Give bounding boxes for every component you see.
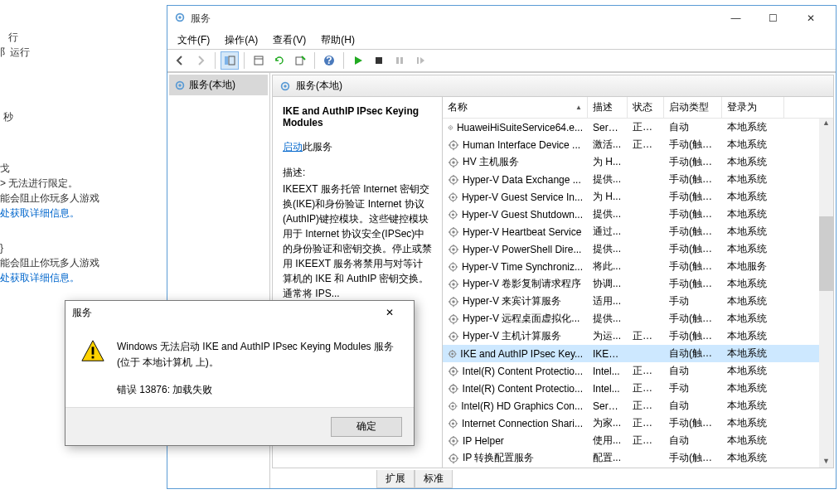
restart-service-button[interactable] <box>411 51 429 70</box>
menu-help[interactable]: 帮助(H) <box>314 32 361 49</box>
cell-startup: 手动(触发... <box>664 242 722 256</box>
cell-desc: 激活... <box>588 138 628 152</box>
cell-logon: 本地系统 <box>722 329 784 343</box>
minimize-button[interactable]: — <box>717 6 754 31</box>
tree-item-services-local[interactable]: 服务(本地) <box>169 75 268 95</box>
pause-service-button[interactable] <box>390 51 409 70</box>
cell-startup: 手动(触发... <box>664 155 722 169</box>
cell-logon: 本地系统 <box>722 399 784 413</box>
service-row[interactable]: Hyper-V 卷影复制请求程序协调...手动(触发...本地系统 <box>443 275 833 293</box>
cell-startup: 手动(触发... <box>664 225 722 239</box>
cell-logon: 本地系统 <box>722 242 784 256</box>
service-row[interactable]: IP Helper使用...正在...自动本地系统 <box>443 432 833 449</box>
cell-desc: 为 H... <box>588 155 628 169</box>
ok-button[interactable]: 确定 <box>331 417 402 437</box>
cell-desc: 将此... <box>588 259 628 274</box>
help-button[interactable]: ? <box>320 51 338 70</box>
service-row[interactable]: Intel(R) Content Protectio...Intel...正在.… <box>443 362 833 380</box>
menubar: 文件(F) 操作(A) 查看(V) 帮助(H) <box>167 31 836 49</box>
bg-line: 阝运行 <box>0 45 30 61</box>
svg-point-96 <box>451 352 453 355</box>
service-row[interactable]: Hyper-V Data Exchange ...提供...手动(触发...本地… <box>443 171 833 188</box>
column-name[interactable]: 名称▲ <box>443 97 588 118</box>
cell-desc: Servi... <box>588 400 628 412</box>
scroll-down-button[interactable]: ▼ <box>819 453 833 468</box>
stop-service-button[interactable] <box>370 51 388 70</box>
svg-point-78 <box>452 300 455 303</box>
toolbar: ? <box>167 49 836 72</box>
svg-point-1 <box>178 16 182 19</box>
cell-startup: 手动(触发... <box>664 138 722 152</box>
service-row[interactable]: Hyper-V 远程桌面虚拟化...提供...手动(触发...本地系统 <box>443 310 833 327</box>
menu-view[interactable]: 查看(V) <box>266 32 313 49</box>
service-row[interactable]: IP 转换配置服务配置...手动(触发...本地系统 <box>443 449 833 467</box>
column-description[interactable]: 描述 <box>588 97 628 118</box>
bg-line: 行 <box>8 30 18 46</box>
start-service-button[interactable] <box>349 51 367 70</box>
gear-icon <box>448 122 453 133</box>
service-row[interactable]: Human Interface Device ...激活...正在...手动(触… <box>443 136 833 153</box>
cell-logon: 本地系统 <box>722 120 784 134</box>
vertical-scrollbar[interactable]: ▲ ▼ <box>819 115 833 468</box>
menu-action[interactable]: 操作(A) <box>218 32 264 49</box>
gear-icon <box>174 80 186 91</box>
export-button[interactable] <box>291 51 309 70</box>
service-row[interactable]: Hyper-V Heartbeat Service通过...手动(触发...本地… <box>443 223 833 240</box>
bg-link[interactable]: 处获取详细信息。 <box>0 270 80 286</box>
cell-desc: 为家... <box>588 416 628 430</box>
dialog-close-button[interactable]: ✕ <box>372 303 407 322</box>
refresh-button[interactable] <box>270 51 289 70</box>
service-row[interactable]: IKE and AuthIP IPsec Key...IKEE...自动(触发.… <box>443 345 833 362</box>
bg-link[interactable]: 处获取详细信息。 <box>0 206 80 221</box>
cell-status: 正在... <box>628 416 664 430</box>
gear-icon <box>448 313 459 325</box>
service-row[interactable]: Hyper-V Guest Service In...为 H...手动(触发..… <box>443 188 833 206</box>
column-startup-type[interactable]: 启动类型 <box>664 97 722 118</box>
service-row[interactable]: HV 主机服务为 H...手动(触发...本地系统 <box>443 153 833 171</box>
scroll-track[interactable] <box>819 129 833 453</box>
service-row[interactable]: Intel(R) Content Protectio...Intel...正在.… <box>443 380 833 397</box>
cell-name: HV 主机服务 <box>443 155 588 169</box>
service-row[interactable]: Hyper-V 来宾计算服务适用...手动本地系统 <box>443 293 833 310</box>
tab-standard[interactable]: 标准 <box>415 470 453 488</box>
maximize-button[interactable]: ☐ <box>754 6 792 31</box>
start-service-link[interactable]: 启动 <box>283 141 303 153</box>
bg-line: 能会阻止你玩多人游戏 <box>0 255 99 271</box>
svg-point-102 <box>452 370 454 372</box>
properties-button[interactable] <box>250 51 268 70</box>
show-hide-tree-button[interactable] <box>221 51 239 70</box>
svg-rect-3 <box>229 56 235 65</box>
scroll-thumb[interactable] <box>819 216 833 291</box>
close-button[interactable]: ✕ <box>792 6 829 31</box>
service-row[interactable]: Intel(R) HD Graphics Con...Servi...正在...… <box>443 397 833 414</box>
column-status[interactable]: 状态 <box>628 97 664 118</box>
tree-item-label: 服务(本地) <box>189 78 235 92</box>
menu-file[interactable]: 文件(F) <box>171 32 216 49</box>
service-row[interactable]: HuaweiHiSuiteService64.e...Servi...正在...… <box>443 119 833 136</box>
service-row[interactable]: Hyper-V PowerShell Dire...提供...手动(触发...本… <box>443 240 833 258</box>
cell-logon: 本地系统 <box>722 434 784 448</box>
service-row[interactable]: Hyper-V 主机计算服务为运...正在...手动(触发...本地系统 <box>443 327 833 345</box>
toolbar-separator <box>244 52 245 69</box>
service-row[interactable]: Internet Connection Shari...为家...正在...手动… <box>443 414 833 432</box>
list-header: 名称▲ 描述 状态 启动类型 登录为 <box>443 97 833 119</box>
cell-name: Internet Connection Shari... <box>443 418 588 429</box>
gear-icon <box>279 80 291 92</box>
services-list[interactable]: 名称▲ 描述 状态 启动类型 登录为 HuaweiHiSuiteService6… <box>443 97 833 468</box>
titlebar: 服务 — ☐ ✕ <box>167 6 836 31</box>
bg-line: 能会阻止你玩多人游戏 <box>0 191 99 206</box>
bg-line: 秒 <box>3 109 13 125</box>
cell-status: 正在... <box>628 120 664 134</box>
gear-icon <box>448 296 459 308</box>
svg-point-66 <box>452 265 454 268</box>
cell-name: Hyper-V Guest Shutdown... <box>443 209 588 220</box>
forward-button[interactable] <box>192 51 210 70</box>
dialog-message-line1: Windows 无法启动 IKE and AuthIP IPsec Keying… <box>117 339 399 371</box>
back-button[interactable] <box>171 51 189 70</box>
bg-line: } <box>0 240 3 256</box>
cell-name: Human Interface Device ... <box>443 139 588 151</box>
service-row[interactable]: Hyper-V Guest Shutdown...提供...手动(触发...本地… <box>443 206 833 223</box>
tab-extended[interactable]: 扩展 <box>376 470 415 488</box>
column-logon-as[interactable]: 登录为 <box>722 97 784 118</box>
service-row[interactable]: Hyper-V Time Synchroniz...将此...手动(触发...本… <box>443 258 833 275</box>
